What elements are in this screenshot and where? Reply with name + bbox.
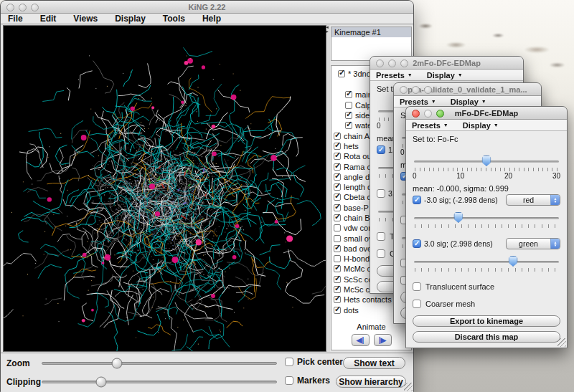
slider-ticks [415, 268, 558, 272]
set-to-text: Set to: Fo-Fc [413, 135, 560, 144]
clipping-slider-label: Clipping [6, 377, 41, 387]
slider-thumb[interactable] [482, 156, 491, 166]
color-dropdown-value: green [507, 239, 550, 249]
tree-item-checkbox[interactable] [345, 112, 352, 119]
tree-item-checkbox[interactable] [334, 224, 341, 231]
molecule-viewport[interactable] [4, 26, 326, 351]
minimize-button[interactable] [412, 86, 420, 94]
discard-map-button[interactable]: Discard this map [413, 331, 560, 343]
close-button[interactable] [376, 59, 384, 67]
dialog-title: 2mFo-DFc-EDMap [413, 59, 481, 67]
tree-item-checkbox[interactable] [345, 102, 352, 109]
tree-item-checkbox[interactable] [334, 296, 341, 303]
tree-item-label: chain B [344, 214, 370, 222]
clipping-slider[interactable] [42, 381, 277, 383]
coarser-checkbox[interactable] [413, 300, 421, 308]
menu-help[interactable]: Help [202, 14, 221, 24]
king-main-window[interactable]: KiNG 2.22 FileEditViewsDisplayToolsHelp … [0, 0, 414, 392]
slider-thumb[interactable] [509, 256, 518, 267]
tree-item-checkbox[interactable] [334, 163, 341, 171]
sigma-slider[interactable] [413, 212, 560, 224]
menu-display[interactable]: Display▼ [427, 71, 463, 80]
minimize-button[interactable] [388, 59, 396, 67]
tree-item-checkbox[interactable] [334, 265, 341, 272]
export-kinemage-button[interactable]: Export to kinemage [413, 315, 560, 327]
color-dropdown[interactable]: green▲▼ [506, 238, 560, 249]
tree-item-checkbox[interactable] [334, 307, 341, 314]
translucent-checkbox[interactable] [377, 232, 385, 241]
tree-item-checkbox[interactable] [334, 255, 341, 262]
show-text-button[interactable]: Show text [343, 357, 405, 369]
sigma-slider[interactable] [413, 256, 560, 267]
minimize-button[interactable] [19, 4, 27, 11]
animate-next-button[interactable]: |▶ [374, 334, 392, 346]
menu-label: Display [427, 71, 455, 80]
zoom-window-button[interactable] [400, 59, 408, 67]
zoom-window-button[interactable] [436, 110, 444, 118]
level-slider[interactable] [413, 156, 560, 167]
zoom-window-button[interactable] [424, 86, 432, 94]
show-hierarchy-button[interactable]: Show hierarchy [336, 376, 406, 388]
menu-edit[interactable]: Edit [40, 14, 57, 24]
menu-presets[interactable]: Presets▼ [400, 97, 436, 106]
menu-display[interactable]: Display▼ [451, 97, 486, 106]
tree-item-checkbox[interactable] [334, 214, 341, 221]
tree-item-checkbox[interactable] [334, 204, 341, 211]
menu-label: Presets [400, 97, 428, 106]
slider-thumb[interactable] [453, 212, 463, 223]
tree-item-checkbox[interactable] [334, 235, 341, 242]
split-collapse-arrows[interactable]: ◂▸ [324, 25, 330, 34]
zoom-slider[interactable] [42, 362, 277, 365]
menu-presets[interactable]: Presets▼ [376, 71, 413, 80]
menu-label: Display [451, 97, 479, 106]
dialog-titlebar[interactable]: 2mFo-DFc-EDMap [370, 57, 523, 70]
tree-item-checkbox[interactable] [334, 276, 341, 283]
sigma-checkbox[interactable] [377, 189, 385, 198]
menu-display[interactable]: Display [115, 14, 146, 24]
zoom-window-button[interactable] [31, 4, 39, 11]
dialog-title: mFo-DFc-EDMap [455, 109, 519, 118]
translucent-checkbox[interactable] [413, 282, 421, 291]
markers-label: Markers [297, 376, 330, 386]
resize-grip[interactable] [404, 383, 413, 391]
tree-item-checkbox[interactable] [334, 133, 341, 140]
tree-item-checkbox[interactable] [334, 286, 341, 293]
menu-presets[interactable]: Presets▼ [412, 121, 448, 130]
sigma-checkbox[interactable] [413, 196, 421, 204]
resize-grip[interactable] [557, 338, 566, 347]
close-button[interactable] [400, 86, 408, 94]
tree-item-checkbox[interactable] [334, 143, 341, 150]
tree-item-checkbox[interactable] [345, 122, 352, 129]
tree-item-checkbox[interactable] [334, 245, 341, 252]
menu-views[interactable]: Views [73, 14, 98, 24]
window-mfo-dfc-edmap[interactable]: mFo-DFc-EDMapPresets▼Display▼Set to: Fo-… [405, 106, 568, 348]
menu-file[interactable]: File [8, 14, 23, 24]
menu-display[interactable]: Display▼ [463, 121, 499, 130]
chevron-down-icon: ▼ [443, 123, 448, 128]
tree-item-checkbox[interactable] [334, 153, 341, 160]
main-titlebar[interactable]: KiNG 2.22 [1, 1, 413, 14]
tree-item-checkbox[interactable] [345, 91, 352, 98]
sigma-checkbox[interactable] [413, 239, 421, 248]
pick-center-checkbox[interactable] [285, 358, 293, 366]
kinemage-list-item[interactable]: Kinemage #1 [331, 27, 411, 37]
close-button[interactable] [6, 4, 14, 11]
sigma-checkbox[interactable] [377, 145, 385, 154]
markers-checkbox[interactable] [285, 376, 293, 385]
coarser-checkbox[interactable] [377, 249, 385, 258]
window-controls [412, 110, 444, 118]
dialog-titlebar[interactable]: mFo-DFc-EDMap [406, 107, 567, 120]
tree-item-checkbox[interactable] [334, 193, 341, 201]
tree-item-checkbox[interactable] [334, 183, 341, 191]
tree-item-checkbox[interactable] [334, 173, 341, 181]
zoom-slider-thumb[interactable] [112, 358, 123, 369]
minimize-button[interactable] [424, 110, 432, 118]
menu-label: Presets [376, 71, 405, 80]
dialog-titlebar[interactable]: pka-validate_0_validate_1_ma... [394, 83, 541, 96]
close-button[interactable] [412, 110, 420, 118]
tree-item-checkbox[interactable] [338, 70, 345, 77]
animate-prev-button[interactable]: ◀| [352, 334, 370, 346]
color-dropdown[interactable]: red▲▼ [506, 194, 560, 206]
clipping-slider-thumb[interactable] [95, 377, 106, 388]
menu-tools[interactable]: Tools [163, 14, 185, 24]
